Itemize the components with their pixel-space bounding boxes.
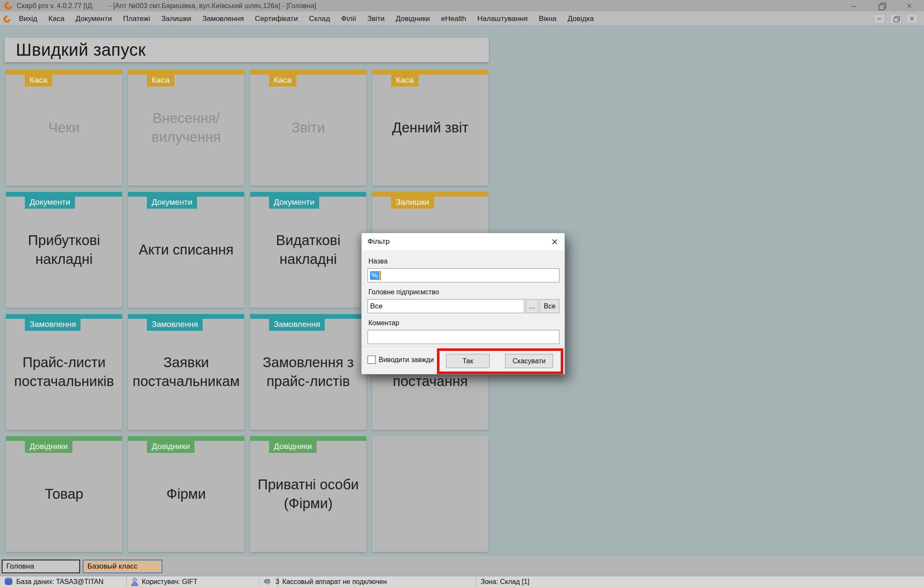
- menu-bar: ВихідКасаДокументиПлатежіЗалишкиЗамовлен…: [0, 12, 924, 26]
- user-text: Користувач: GIFT: [142, 578, 197, 586]
- tile-0[interactable]: КасаЧеки: [6, 70, 122, 186]
- tile-13[interactable]: ДовідникиФірми: [128, 436, 244, 552]
- comment-field-label: Коментар: [368, 319, 558, 327]
- close-icon[interactable]: ×: [906, 2, 912, 10]
- mdi-window-controls: – ×: [873, 14, 921, 24]
- menu-item-7[interactable]: Склад: [303, 13, 335, 25]
- tile-accent-bar: [250, 314, 366, 319]
- tile-label: Денний звіт: [377, 118, 484, 137]
- restore-squares-icon: [879, 3, 884, 9]
- status-bar: База даних: TASA3@TITAN Користувач: GIFT…: [0, 576, 924, 587]
- minimize-icon[interactable]: –: [851, 2, 856, 10]
- app-window: Скарб pro v. 4.0.2.77 [ІД: - [Апт №003 с…: [0, 0, 924, 587]
- tile-accent-bar: [128, 70, 244, 75]
- tile-label: Приватні особи (Фірми): [254, 475, 362, 513]
- menu-item-9[interactable]: Звіти: [362, 13, 390, 25]
- tile-3[interactable]: КасаДенний звіт: [372, 70, 488, 186]
- dialog-close-icon[interactable]: ×: [551, 237, 558, 246]
- menu-item-3[interactable]: Платежі: [117, 13, 155, 25]
- tile-category-badge: Замовлення: [269, 319, 325, 331]
- show-always-checkbox[interactable]: [368, 356, 376, 364]
- tile-category-badge: Залишки: [391, 197, 434, 209]
- tile-category-badge: Каса: [25, 75, 52, 87]
- name-field-label: Назва: [368, 258, 558, 265]
- enterprise-input[interactable]: Все: [368, 299, 524, 313]
- tab-holovna[interactable]: Головна: [2, 560, 80, 573]
- tile-6[interactable]: ДокументиВидаткові накладні: [250, 192, 366, 308]
- tile-accent-bar: [128, 314, 244, 319]
- menu-item-2[interactable]: Документи: [70, 13, 117, 25]
- menu-item-0[interactable]: Вихід: [13, 13, 43, 25]
- tile-label: Видаткові накладні: [254, 231, 362, 269]
- tile-accent-bar: [6, 314, 122, 319]
- tile-accent-bar: [128, 436, 244, 441]
- dialog-body: Назва % Головне підприємство Все … Все К…: [362, 250, 565, 346]
- tile-2[interactable]: КасаЗвіти: [250, 70, 366, 186]
- tile-accent-bar: [6, 436, 122, 441]
- comment-input[interactable]: [368, 330, 559, 344]
- tile-12[interactable]: ДовідникиТовар: [6, 436, 122, 552]
- menu-item-4[interactable]: Залишки: [156, 13, 197, 25]
- ok-button[interactable]: Так: [446, 354, 490, 368]
- tile-4[interactable]: ДокументиПрибуткові накладні: [6, 192, 122, 308]
- menu-item-5[interactable]: Замовлення: [197, 13, 249, 25]
- user-icon: [131, 578, 138, 586]
- tile-category-badge: Довідники: [25, 441, 72, 453]
- show-always-row: Виводити завжди: [368, 356, 434, 364]
- plug-icon: [263, 578, 272, 586]
- menu-item-1[interactable]: Каса: [43, 13, 70, 25]
- menu-item-6[interactable]: Сертифікати: [249, 13, 303, 25]
- tile-5[interactable]: ДокументиАкти списання: [128, 192, 244, 308]
- browse-button[interactable]: …: [526, 299, 538, 313]
- cashbox-text: Кассовый аппарат не подключен: [282, 578, 387, 586]
- menu-item-10[interactable]: Довідники: [390, 13, 436, 25]
- status-zone: Зона: Склад [1]: [476, 576, 534, 587]
- tile-category-badge: Замовлення: [25, 319, 81, 331]
- tile-label: Замовлення з прайс-листів: [254, 353, 362, 391]
- name-input[interactable]: %: [368, 268, 559, 282]
- all-button[interactable]: Все: [540, 299, 559, 313]
- status-user: Користувач: GIFT: [127, 576, 259, 587]
- tile-category-badge: Довідники: [269, 441, 317, 453]
- tile-accent-bar: [372, 70, 488, 75]
- tile-label: Прайс-листи постачальників: [10, 353, 118, 391]
- main-menu: ВихідКасаДокументиПлатежіЗалишкиЗамовлен…: [13, 13, 599, 25]
- tile-category-badge: Каса: [147, 75, 174, 87]
- mdi-close-icon[interactable]: ×: [906, 14, 918, 24]
- tile-category-badge: Каса: [391, 75, 419, 87]
- tile-accent-bar: [250, 192, 366, 197]
- menu-item-14[interactable]: Довідка: [562, 13, 599, 25]
- tile-accent-bar: [250, 70, 366, 75]
- mdi-minimize-icon[interactable]: –: [873, 14, 885, 24]
- tile-8[interactable]: ЗамовленняПрайс-листи постачальників: [6, 314, 122, 430]
- tile-accent-bar: [128, 192, 244, 197]
- tile-label: Прибуткові накладні: [10, 231, 118, 269]
- tile-9[interactable]: ЗамовленняЗаявки постачальникам: [128, 314, 244, 430]
- tab-bazovyi-klass[interactable]: Базовый класс: [83, 560, 162, 573]
- enterprise-field-row: Все … Все: [368, 299, 559, 313]
- tile-label: Заявки постачальникам: [132, 353, 240, 391]
- tile-label: Товар: [10, 485, 118, 503]
- menu-item-11[interactable]: eHealth: [436, 13, 472, 25]
- mdi-restore-icon[interactable]: [890, 14, 902, 24]
- tile-label: Чеки: [10, 118, 118, 137]
- status-database: База даних: TASA3@TITAN: [0, 576, 127, 587]
- tile-14[interactable]: ДовідникиПриватні особи (Фірми): [250, 436, 366, 552]
- tile-category-badge: Каса: [269, 75, 296, 87]
- quick-launch-header: Швидкий запуск: [5, 38, 489, 62]
- zone-text: Зона: Склад [1]: [481, 578, 529, 586]
- database-icon: [4, 578, 13, 586]
- menu-item-8[interactable]: Філії: [335, 13, 362, 25]
- tile-category-badge: Документи: [269, 197, 319, 209]
- window-title: Скарб pro v. 4.0.2.77 [ІД: - [Апт №003 с…: [17, 2, 316, 10]
- menu-item-13[interactable]: Вікна: [533, 13, 562, 25]
- restore-icon[interactable]: [879, 2, 884, 10]
- tile-accent-bar: [6, 70, 122, 75]
- tile-label: Фірми: [132, 485, 240, 503]
- cancel-button[interactable]: Скасувати: [505, 354, 553, 368]
- tile-category-badge: Довідники: [147, 441, 194, 453]
- menu-item-12[interactable]: Налаштування: [472, 13, 533, 25]
- tile-10[interactable]: ЗамовленняЗамовлення з прайс-листів: [250, 314, 366, 430]
- tile-1[interactable]: КасаВнесення/вилучення: [128, 70, 244, 186]
- tile-accent-bar: [6, 192, 122, 197]
